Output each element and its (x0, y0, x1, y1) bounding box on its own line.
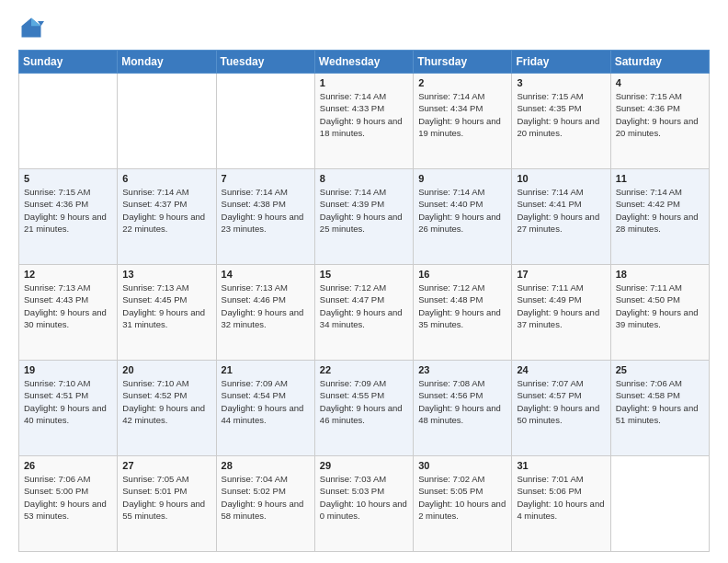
calendar-cell-4-6 (610, 456, 709, 552)
calendar-cell-2-1: 13Sunrise: 7:13 AM Sunset: 4:45 PM Dayli… (118, 265, 216, 361)
day-number: 24 (517, 364, 605, 375)
day-info: Sunrise: 7:14 AM Sunset: 4:40 PM Dayligh… (418, 186, 506, 235)
day-number: 2 (418, 77, 506, 88)
day-info: Sunrise: 7:06 AM Sunset: 5:00 PM Dayligh… (24, 473, 112, 522)
day-number: 31 (517, 460, 605, 471)
weekday-header-wednesday: Wednesday (314, 51, 413, 74)
calendar-cell-3-4: 23Sunrise: 7:08 AM Sunset: 4:56 PM Dayli… (414, 361, 512, 456)
day-number: 8 (320, 173, 408, 184)
calendar-cell-4-0: 26Sunrise: 7:06 AM Sunset: 5:00 PM Dayli… (19, 456, 118, 552)
day-info: Sunrise: 7:14 AM Sunset: 4:33 PM Dayligh… (320, 90, 408, 139)
logo-icon (18, 15, 44, 40)
day-info: Sunrise: 7:10 AM Sunset: 4:52 PM Dayligh… (122, 377, 210, 426)
calendar-cell-3-5: 24Sunrise: 7:07 AM Sunset: 4:57 PM Dayli… (512, 361, 610, 456)
calendar-cell-2-6: 18Sunrise: 7:11 AM Sunset: 4:50 PM Dayli… (610, 265, 709, 361)
day-info: Sunrise: 7:07 AM Sunset: 4:57 PM Dayligh… (517, 377, 605, 426)
weekday-header-sunday: Sunday (19, 51, 118, 74)
logo (18, 15, 48, 40)
day-number: 12 (24, 269, 112, 280)
day-number: 30 (418, 460, 506, 471)
calendar-cell-3-0: 19Sunrise: 7:10 AM Sunset: 4:51 PM Dayli… (19, 361, 118, 456)
day-number: 25 (616, 364, 704, 375)
calendar-cell-1-5: 10Sunrise: 7:14 AM Sunset: 4:41 PM Dayli… (512, 169, 610, 265)
page: SundayMondayTuesdayWednesdayThursdayFrid… (0, 0, 728, 563)
calendar-cell-1-4: 9Sunrise: 7:14 AM Sunset: 4:40 PM Daylig… (414, 169, 512, 265)
day-number: 26 (24, 460, 112, 471)
day-number: 7 (222, 173, 310, 184)
day-number: 18 (616, 269, 704, 280)
calendar-cell-0-2 (216, 74, 314, 169)
calendar-cell-3-3: 22Sunrise: 7:09 AM Sunset: 4:55 PM Dayli… (314, 361, 413, 456)
day-number: 13 (122, 269, 210, 280)
calendar-cell-2-3: 15Sunrise: 7:12 AM Sunset: 4:47 PM Dayli… (314, 265, 413, 361)
day-info: Sunrise: 7:06 AM Sunset: 4:58 PM Dayligh… (616, 377, 704, 426)
day-number: 17 (517, 269, 605, 280)
weekday-header-tuesday: Tuesday (216, 51, 314, 74)
calendar-cell-0-4: 2Sunrise: 7:14 AM Sunset: 4:34 PM Daylig… (414, 74, 512, 169)
calendar-cell-3-6: 25Sunrise: 7:06 AM Sunset: 4:58 PM Dayli… (610, 361, 709, 456)
day-number: 27 (122, 460, 210, 471)
calendar-week-0: 1Sunrise: 7:14 AM Sunset: 4:33 PM Daylig… (19, 74, 710, 169)
calendar-week-2: 12Sunrise: 7:13 AM Sunset: 4:43 PM Dayli… (19, 265, 710, 361)
calendar-cell-3-2: 21Sunrise: 7:09 AM Sunset: 4:54 PM Dayli… (216, 361, 314, 456)
day-number: 21 (222, 364, 310, 375)
day-number: 22 (320, 364, 408, 375)
day-info: Sunrise: 7:11 AM Sunset: 4:49 PM Dayligh… (517, 282, 605, 330)
header (18, 15, 710, 40)
day-number: 16 (418, 269, 506, 280)
day-number: 23 (418, 364, 506, 375)
calendar-cell-4-3: 29Sunrise: 7:03 AM Sunset: 5:03 PM Dayli… (314, 456, 413, 552)
calendar-cell-2-4: 16Sunrise: 7:12 AM Sunset: 4:48 PM Dayli… (414, 265, 512, 361)
day-number: 11 (616, 173, 704, 184)
calendar-cell-0-3: 1Sunrise: 7:14 AM Sunset: 4:33 PM Daylig… (314, 74, 413, 169)
day-info: Sunrise: 7:15 AM Sunset: 4:36 PM Dayligh… (616, 90, 704, 139)
day-number: 1 (320, 77, 408, 88)
calendar-cell-3-1: 20Sunrise: 7:10 AM Sunset: 4:52 PM Dayli… (118, 361, 216, 456)
calendar-cell-1-2: 7Sunrise: 7:14 AM Sunset: 4:38 PM Daylig… (216, 169, 314, 265)
calendar-cell-2-2: 14Sunrise: 7:13 AM Sunset: 4:46 PM Dayli… (216, 265, 314, 361)
day-info: Sunrise: 7:15 AM Sunset: 4:36 PM Dayligh… (24, 186, 112, 235)
calendar-cell-0-0 (19, 74, 118, 169)
calendar-cell-4-4: 30Sunrise: 7:02 AM Sunset: 5:05 PM Dayli… (414, 456, 512, 552)
calendar-cell-0-5: 3Sunrise: 7:15 AM Sunset: 4:35 PM Daylig… (512, 74, 610, 169)
day-number: 9 (418, 173, 506, 184)
day-info: Sunrise: 7:04 AM Sunset: 5:02 PM Dayligh… (222, 473, 310, 522)
day-info: Sunrise: 7:03 AM Sunset: 5:03 PM Dayligh… (320, 473, 408, 522)
day-info: Sunrise: 7:09 AM Sunset: 4:54 PM Dayligh… (222, 377, 310, 426)
calendar-header-row: SundayMondayTuesdayWednesdayThursdayFrid… (19, 51, 710, 74)
day-number: 5 (24, 173, 112, 184)
day-info: Sunrise: 7:01 AM Sunset: 5:06 PM Dayligh… (517, 473, 605, 522)
calendar-cell-1-1: 6Sunrise: 7:14 AM Sunset: 4:37 PM Daylig… (118, 169, 216, 265)
day-info: Sunrise: 7:14 AM Sunset: 4:37 PM Dayligh… (122, 186, 210, 235)
day-info: Sunrise: 7:14 AM Sunset: 4:41 PM Dayligh… (517, 186, 605, 235)
calendar-cell-1-6: 11Sunrise: 7:14 AM Sunset: 4:42 PM Dayli… (610, 169, 709, 265)
day-number: 15 (320, 269, 408, 280)
day-info: Sunrise: 7:14 AM Sunset: 4:42 PM Dayligh… (616, 186, 704, 235)
day-number: 29 (320, 460, 408, 471)
weekday-header-monday: Monday (118, 51, 216, 74)
calendar-cell-0-6: 4Sunrise: 7:15 AM Sunset: 4:36 PM Daylig… (610, 74, 709, 169)
weekday-header-saturday: Saturday (610, 51, 709, 74)
day-info: Sunrise: 7:05 AM Sunset: 5:01 PM Dayligh… (122, 473, 210, 522)
calendar-cell-1-0: 5Sunrise: 7:15 AM Sunset: 4:36 PM Daylig… (19, 169, 118, 265)
day-info: Sunrise: 7:13 AM Sunset: 4:45 PM Dayligh… (122, 282, 210, 330)
calendar-cell-2-0: 12Sunrise: 7:13 AM Sunset: 4:43 PM Dayli… (19, 265, 118, 361)
day-info: Sunrise: 7:14 AM Sunset: 4:38 PM Dayligh… (222, 186, 310, 235)
day-info: Sunrise: 7:02 AM Sunset: 5:05 PM Dayligh… (418, 473, 506, 522)
day-info: Sunrise: 7:09 AM Sunset: 4:55 PM Dayligh… (320, 377, 408, 426)
day-info: Sunrise: 7:14 AM Sunset: 4:34 PM Dayligh… (418, 90, 506, 139)
calendar-week-3: 19Sunrise: 7:10 AM Sunset: 4:51 PM Dayli… (19, 361, 710, 456)
calendar-week-4: 26Sunrise: 7:06 AM Sunset: 5:00 PM Dayli… (19, 456, 710, 552)
calendar-week-1: 5Sunrise: 7:15 AM Sunset: 4:36 PM Daylig… (19, 169, 710, 265)
day-number: 4 (616, 77, 704, 88)
calendar-cell-2-5: 17Sunrise: 7:11 AM Sunset: 4:49 PM Dayli… (512, 265, 610, 361)
day-info: Sunrise: 7:14 AM Sunset: 4:39 PM Dayligh… (320, 186, 408, 235)
day-info: Sunrise: 7:15 AM Sunset: 4:35 PM Dayligh… (517, 90, 605, 139)
calendar-cell-4-1: 27Sunrise: 7:05 AM Sunset: 5:01 PM Dayli… (118, 456, 216, 552)
day-number: 10 (517, 173, 605, 184)
day-info: Sunrise: 7:11 AM Sunset: 4:50 PM Dayligh… (616, 282, 704, 330)
calendar-cell-0-1 (118, 74, 216, 169)
weekday-header-friday: Friday (512, 51, 610, 74)
day-number: 28 (222, 460, 310, 471)
day-info: Sunrise: 7:12 AM Sunset: 4:47 PM Dayligh… (320, 282, 408, 330)
